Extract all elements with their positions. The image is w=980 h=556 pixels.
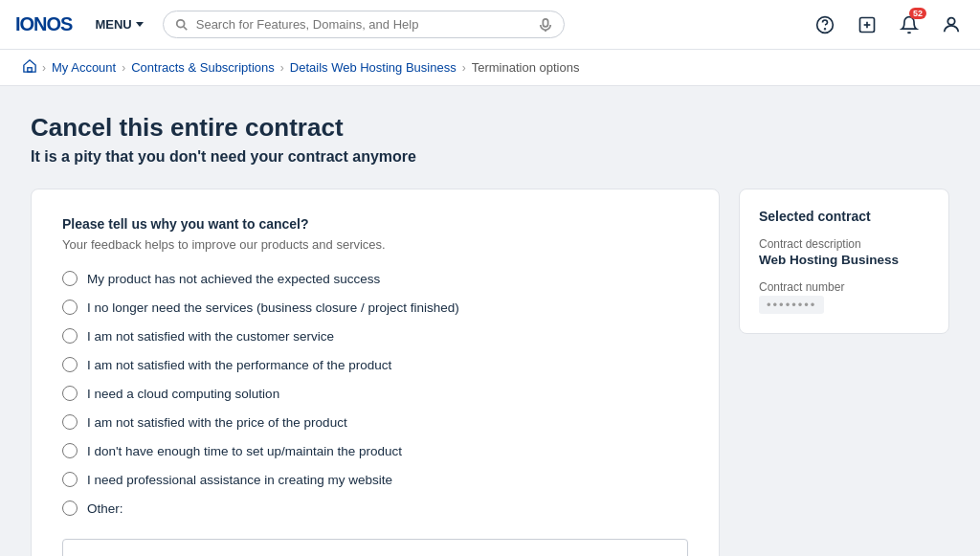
help-button[interactable] (812, 11, 838, 38)
radio-input-other[interactable] (62, 500, 78, 516)
svg-rect-2 (543, 18, 547, 26)
radio-input-2[interactable] (62, 300, 78, 315)
radio-input-8[interactable] (62, 472, 78, 487)
svg-point-5 (825, 28, 826, 29)
notification-badge: 52 (909, 8, 926, 19)
radio-label-6: I am not satisfied with the price of the… (87, 415, 347, 430)
breadcrumb-details[interactable]: Details Web Hosting Business (290, 60, 457, 75)
radio-option-other[interactable]: Other: (62, 500, 688, 516)
header-icons: 52 (812, 11, 965, 38)
contract-number-value: •••••••• (759, 296, 824, 314)
radio-label-1: My product has not achieved the expected… (87, 272, 380, 286)
svg-point-0 (176, 19, 184, 27)
breadcrumb-contracts[interactable]: Contracts & Subscriptions (131, 60, 275, 75)
radio-option-3[interactable]: I am not satisfied with the customer ser… (62, 328, 688, 344)
page-title: Cancel this entire contract (31, 113, 949, 143)
breadcrumb-home[interactable] (23, 59, 36, 76)
breadcrumb-sep-4: › (462, 61, 466, 75)
breadcrumb-sep-1: › (42, 61, 46, 75)
radio-label-other: Other: (87, 501, 123, 516)
breadcrumb-sep-3: › (280, 61, 284, 75)
radio-input-1[interactable] (62, 271, 78, 286)
radio-option-1[interactable]: My product has not achieved the expected… (62, 271, 688, 286)
microphone-icon (539, 18, 552, 32)
profile-button[interactable] (938, 11, 965, 38)
chevron-down-icon (136, 22, 144, 27)
contract-number-label: Contract number (759, 280, 929, 294)
radio-label-3: I am not satisfied with the customer ser… (87, 329, 334, 344)
svg-rect-10 (28, 68, 32, 72)
radio-input-4[interactable] (62, 357, 78, 372)
sidebar-card: Selected contract Contract description W… (739, 189, 949, 334)
content-layout: Please tell us why you want to cancel? Y… (31, 189, 949, 556)
page-subtitle: It is a pity that you don't need your co… (31, 148, 949, 166)
home-icon (23, 59, 36, 73)
radio-input-3[interactable] (62, 328, 78, 344)
radio-option-7[interactable]: I don't have enough time to set up/maint… (62, 443, 688, 458)
search-input[interactable] (196, 17, 531, 32)
form-card: Please tell us why you want to cancel? Y… (31, 189, 720, 556)
ionos-logo: IONOS (15, 13, 72, 35)
radio-label-7: I don't have enough time to set up/maint… (87, 444, 402, 458)
svg-point-9 (947, 17, 954, 24)
contract-description-value: Web Hosting Business (759, 253, 929, 267)
header: IONOS MENU (0, 0, 980, 50)
radio-input-7[interactable] (62, 443, 78, 458)
contract-description-label: Contract description (759, 237, 929, 251)
search-bar (163, 11, 565, 38)
radio-option-8[interactable]: I need professional assistance in creati… (62, 472, 688, 487)
radio-label-8: I need professional assistance in creati… (87, 473, 392, 487)
breadcrumb-current: Termination options (472, 60, 580, 75)
radio-option-6[interactable]: I am not satisfied with the price of the… (62, 414, 688, 430)
radio-label-5: I need a cloud computing solution (87, 387, 279, 401)
radio-option-5[interactable]: I need a cloud computing solution (62, 386, 688, 401)
radio-label-2: I no longer need the services (business … (87, 300, 459, 315)
radio-label-4: I am not satisfied with the performance … (87, 358, 391, 372)
form-question: Please tell us why you want to cancel? (62, 216, 688, 232)
radio-option-2[interactable]: I no longer need the services (business … (62, 300, 688, 315)
breadcrumb-my-account[interactable]: My Account (52, 60, 116, 75)
add-button[interactable] (854, 11, 880, 38)
svg-line-1 (183, 26, 187, 30)
radio-group: My product has not achieved the expected… (62, 271, 688, 556)
page-container: Cancel this entire contract It is a pity… (0, 86, 980, 556)
radio-input-6[interactable] (62, 414, 78, 430)
other-text-input[interactable] (62, 539, 688, 556)
breadcrumb: › My Account › Contracts & Subscriptions… (0, 50, 980, 86)
form-hint: Your feedback helps to improve our produ… (62, 237, 688, 252)
radio-input-5[interactable] (62, 386, 78, 401)
radio-option-4[interactable]: I am not satisfied with the performance … (62, 357, 688, 372)
sidebar-title: Selected contract (759, 209, 929, 224)
menu-button[interactable]: MENU (87, 13, 150, 35)
notifications-button[interactable]: 52 (896, 11, 923, 38)
breadcrumb-sep-2: › (122, 61, 125, 75)
search-icon (175, 18, 189, 32)
